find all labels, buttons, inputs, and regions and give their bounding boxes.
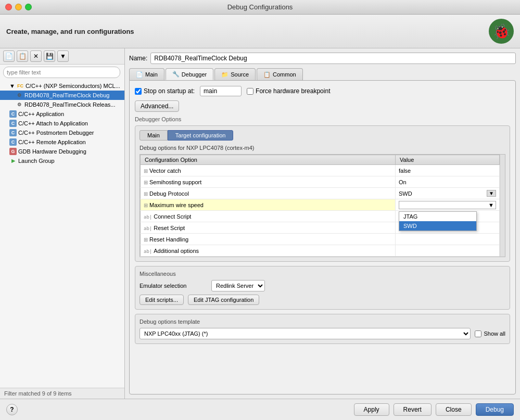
option-swd[interactable]: SWD (399, 221, 476, 231)
tree-group-nxp[interactable]: ▼ FC C/C++ (NXP Semiconductors) MCL... (0, 81, 124, 91)
new-config-btn[interactable]: 📄 (3, 50, 15, 62)
table-row-highlighted: ⊞Maximum wire speed ▼ (141, 199, 500, 211)
right-panel: Name: 📄 Main 🔧 Debugger 📁 Source (125, 48, 520, 399)
emulator-select[interactable]: Redlink Server J-Link CMSIS-DAP (211, 280, 265, 291)
show-all-label[interactable]: Show all (475, 330, 505, 337)
tree-item-remote[interactable]: C C/C++ Remote Application (0, 137, 124, 147)
expand-icon: ▼ (9, 83, 15, 89)
config-icon: ⚙ (16, 92, 23, 99)
tree-item-launch[interactable]: ▶ Launch Group (0, 156, 124, 166)
config-table: Configuration Option Value ⊞Vector catch… (140, 155, 500, 257)
table-row: ab|Additional options (141, 245, 500, 257)
dropdown-options: JTAG SWD (399, 211, 477, 231)
option-jtag[interactable]: JTAG (399, 212, 476, 221)
maximize-window-btn[interactable] (25, 4, 32, 10)
template-select[interactable]: NXP LPC40xx (JTAG) (*) (139, 328, 471, 339)
tree-item-label: C/C++ Remote Application (18, 139, 86, 145)
tree-item-gdb[interactable]: G GDB Hardware Debugging (0, 147, 124, 156)
tab-main[interactable]: 📄 Main (129, 68, 164, 80)
row-icon: ⊞ (144, 237, 148, 243)
gdb-icon: G (9, 148, 17, 155)
row-icon: ⊞ (144, 191, 148, 197)
startup-row: Stop on startup at: Force hardware break… (135, 86, 510, 96)
help-button[interactable]: ? (6, 404, 18, 415)
tree-item-label: GDB Hardware Debugging (18, 148, 86, 155)
stop-on-startup-checkbox[interactable] (135, 88, 142, 95)
titlebar: Debug Configurations (0, 0, 520, 15)
sub-tab-main[interactable]: Main (139, 130, 168, 141)
c-icon: C (9, 120, 17, 127)
tree-item-label: C/C++ (NXP Semiconductors) MCL... (26, 83, 120, 89)
tree-item-cpp-app[interactable]: C C/C++ Application (0, 109, 124, 119)
delete-config-btn[interactable]: ✕ (30, 50, 42, 62)
close-window-btn[interactable] (5, 4, 12, 10)
edit-scripts-btn[interactable]: Edit scripts... (139, 295, 184, 305)
import-config-btn[interactable]: ▼ (57, 50, 69, 62)
tree-item-debug[interactable]: ⚙ RDB4078_RealTimeClock Debug (0, 91, 124, 100)
source-tab-icon: 📁 (221, 71, 229, 78)
advanced-button[interactable]: Advanced... (135, 100, 179, 112)
c-icon: C (9, 110, 17, 118)
filter-status: Filter matched 9 of 9 items (0, 388, 124, 399)
tree-item-attach[interactable]: C C/C++ Attach to Application (0, 119, 124, 128)
protocol-value: SWD (399, 190, 412, 197)
bottom-left: ? (6, 404, 18, 415)
revert-button[interactable]: Revert (394, 403, 432, 416)
tab-debugger[interactable]: 🔧 Debugger (166, 68, 213, 80)
tab-source[interactable]: 📁 Source (214, 68, 256, 80)
name-input[interactable] (150, 53, 516, 64)
force-hw-checkbox[interactable] (247, 88, 253, 95)
debug-options-title: Debug options for NXP LPC4078 (cortex-m4… (139, 145, 505, 151)
folder-icon: FC (17, 82, 24, 90)
left-toolbar: 📄 📋 ✕ 💾 ▼ (0, 48, 124, 65)
table-scrollbar[interactable] (500, 155, 505, 257)
minimize-window-btn[interactable] (15, 4, 22, 10)
debugger-tab-icon: 🔧 (172, 71, 180, 78)
debug-button[interactable]: Debug (476, 403, 514, 416)
stop-on-startup-label[interactable]: Stop on startup at: (135, 87, 195, 95)
tab-bar: 📄 Main 🔧 Debugger 📁 Source 📋 Common (129, 68, 516, 80)
emulator-label: Emulator selection (139, 283, 207, 289)
show-all-checkbox[interactable] (475, 330, 481, 337)
main-tab-icon: 📄 (136, 71, 143, 78)
tree-item-label: RDB4078_RealTimeClock Releas... (24, 101, 115, 108)
row-icon: ⊞ (144, 168, 148, 174)
tree-item-label: C/C++ Postmortem Debugger (18, 130, 94, 136)
col-value: Value (396, 155, 500, 165)
config-table-wrapper: Configuration Option Value ⊞Vector catch… (140, 155, 500, 257)
force-hw-label[interactable]: Force hardware breakpoint (247, 87, 330, 95)
close-button[interactable]: Close (436, 403, 472, 416)
debugger-options-label: Debugger Options (135, 116, 510, 122)
debugger-options-box: Main Target configuration Debug options … (135, 125, 510, 262)
tree-item-label: C/C++ Attach to Application (18, 120, 88, 126)
template-row: NXP LPC40xx (JTAG) (*) Show all (139, 328, 505, 339)
launch-icon: ▶ (9, 157, 17, 164)
tab-common[interactable]: 📋 Common (257, 68, 303, 80)
apply-button[interactable]: Apply (354, 403, 389, 416)
row-icon: ⊞ (144, 180, 148, 185)
c-icon: C (9, 129, 17, 136)
config-icon: ⚙ (16, 101, 23, 108)
config-tree: ▼ FC C/C++ (NXP Semiconductors) MCL... ⚙… (0, 80, 124, 388)
config-table-container: Configuration Option Value ⊞Vector catch… (139, 154, 505, 257)
dropdown-arrow-icon[interactable]: ▼ (488, 202, 494, 208)
table-row: ⊞Reset Handling (141, 234, 500, 245)
tree-item-label: RDB4078_RealTimeClock Debug (24, 92, 109, 98)
row-icon: ab| (144, 249, 152, 254)
sub-tab-bar: Main Target configuration (139, 130, 505, 141)
emulator-row: Emulator selection Redlink Server J-Link… (139, 280, 505, 291)
tree-item-postmortem[interactable]: C C/C++ Postmortem Debugger (0, 128, 124, 137)
dropdown-arrow-icon[interactable]: ▼ (487, 190, 496, 197)
startup-at-input[interactable] (200, 86, 242, 96)
name-row: Name: (129, 53, 516, 64)
export-config-btn[interactable]: 💾 (44, 50, 55, 62)
tree-item-release[interactable]: ⚙ RDB4078_RealTimeClock Releas... (0, 100, 124, 109)
sub-tab-target[interactable]: Target configuration (168, 130, 234, 141)
duplicate-config-btn[interactable]: 📋 (17, 50, 28, 62)
filter-input[interactable] (3, 67, 120, 78)
template-section: Debug options template NXP LPC40xx (JTAG… (135, 314, 510, 344)
edit-jtag-btn[interactable]: Edit JTAG configuration (188, 295, 259, 305)
name-label: Name: (129, 55, 147, 62)
col-option: Configuration Option (141, 155, 396, 165)
bug-icon: 🐞 (489, 19, 514, 44)
